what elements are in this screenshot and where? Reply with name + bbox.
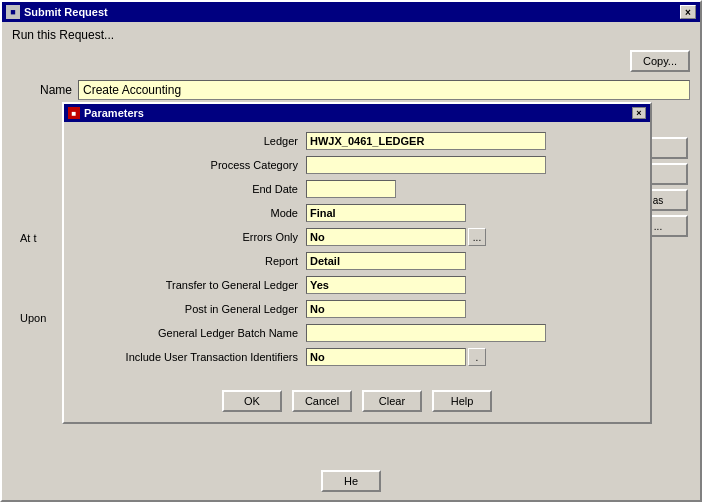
run-text: Run this Request... — [12, 28, 690, 42]
window-title: Submit Request — [24, 6, 108, 18]
params-dialog: ■ Parameters × Ledger Process Category E… — [62, 102, 652, 424]
upon-text: Upon — [20, 312, 46, 324]
main-content: Run this Request... Copy... Name — [2, 22, 700, 112]
cancel-button[interactable]: Cancel — [292, 390, 352, 412]
end-date-label: End Date — [78, 183, 298, 195]
errors-only-label: Errors Only — [78, 231, 298, 243]
transfer-label: Transfer to General Ledger — [78, 279, 298, 291]
report-input[interactable] — [306, 252, 466, 270]
params-icon: ■ — [68, 107, 80, 119]
process-category-label: Process Category — [78, 159, 298, 171]
main-window: ■ Submit Request × Run this Request... C… — [0, 0, 702, 502]
param-row-transfer: Transfer to General Ledger — [78, 276, 636, 294]
param-row-mode: Mode — [78, 204, 636, 222]
include-user-input[interactable] — [306, 348, 466, 366]
params-body: Ledger Process Category End Date Mode Er… — [64, 122, 650, 382]
process-category-input[interactable] — [306, 156, 546, 174]
errors-only-ellipsis[interactable]: ... — [468, 228, 486, 246]
ledger-input[interactable] — [306, 132, 546, 150]
transfer-input[interactable] — [306, 276, 466, 294]
name-input[interactable] — [78, 80, 690, 100]
title-bar: ■ Submit Request × — [2, 2, 700, 22]
include-user-ellipsis[interactable]: . — [468, 348, 486, 366]
ledger-label: Ledger — [78, 135, 298, 147]
param-row-end-date: End Date — [78, 180, 636, 198]
errors-only-input[interactable] — [306, 228, 466, 246]
params-footer: OK Cancel Clear Help — [64, 382, 650, 422]
params-title-bar: ■ Parameters × — [64, 104, 650, 122]
copy-button-row: Copy... — [12, 50, 690, 72]
main-help-button[interactable]: He — [321, 470, 381, 492]
include-user-label: Include User Transaction Identifiers — [78, 351, 298, 363]
post-label: Post in General Ledger — [78, 303, 298, 315]
param-row-batch-name: General Ledger Batch Name — [78, 324, 636, 342]
mode-input[interactable] — [306, 204, 466, 222]
batch-name-label: General Ledger Batch Name — [78, 327, 298, 339]
batch-name-input[interactable] — [306, 324, 546, 342]
close-button[interactable]: × — [680, 5, 696, 19]
name-row: Name — [12, 80, 690, 100]
at-text: At t — [20, 232, 37, 244]
params-title: Parameters — [84, 107, 144, 119]
ok-button[interactable]: OK — [222, 390, 282, 412]
mode-label: Mode — [78, 207, 298, 219]
errors-only-container: ... — [306, 228, 486, 246]
main-footer: He — [2, 470, 700, 492]
param-row-process-category: Process Category — [78, 156, 636, 174]
param-row-post: Post in General Ledger — [78, 300, 636, 318]
param-row-ledger: Ledger — [78, 132, 636, 150]
param-row-report: Report — [78, 252, 636, 270]
window-icon: ■ — [6, 5, 20, 19]
end-date-input[interactable] — [306, 180, 396, 198]
param-row-errors-only: Errors Only ... — [78, 228, 636, 246]
param-row-include-user: Include User Transaction Identifiers . — [78, 348, 636, 366]
include-user-container: . — [306, 348, 486, 366]
params-close-button[interactable]: × — [632, 107, 646, 119]
post-input[interactable] — [306, 300, 466, 318]
report-label: Report — [78, 255, 298, 267]
help-button[interactable]: Help — [432, 390, 492, 412]
name-label: Name — [12, 83, 72, 97]
clear-button[interactable]: Clear — [362, 390, 422, 412]
copy-button[interactable]: Copy... — [630, 50, 690, 72]
